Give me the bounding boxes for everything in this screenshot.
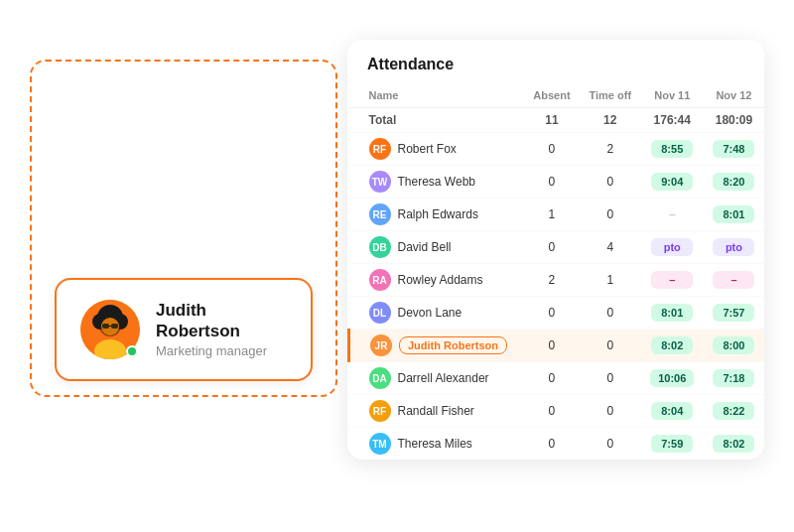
table-row: TWTheresa Webb 0 0 9:04 8:20 — [349, 166, 765, 199]
col-nov11: Nov 11 — [641, 83, 704, 108]
row-name: DBDavid Bell — [349, 231, 524, 264]
row-nov11: 10:06 — [641, 362, 704, 395]
col-timeoff: Time off — [580, 83, 641, 108]
table-header: Name Absent Time off Nov 11 Nov 12 — [349, 83, 765, 108]
col-absent: Absent — [524, 83, 580, 108]
row-timeoff: 2 — [580, 133, 641, 166]
total-label: Total — [349, 108, 524, 133]
scene: Judith Robertson Marketing manager Atten… — [0, 0, 794, 532]
profile-role: Marketing manager — [156, 343, 287, 358]
row-name: JRJudith Robertson — [349, 330, 524, 362]
row-name: TMTheresa Miles — [349, 428, 524, 461]
row-absent: 2 — [524, 264, 580, 297]
total-nov12: 180:09 — [704, 108, 764, 133]
row-name: RARowley Addams — [349, 264, 524, 297]
table-row: DBDavid Bell 0 4 pto pto — [349, 231, 765, 264]
row-nov12: – — [704, 264, 764, 297]
row-nov12: 7:48 — [704, 133, 764, 166]
row-nov11: – — [641, 199, 704, 231]
total-nov11: 176:44 — [641, 108, 704, 133]
row-name: RERalph Edwards — [349, 199, 524, 231]
row-nov12: 8:02 — [704, 428, 764, 461]
svg-rect-8 — [111, 324, 118, 329]
row-absent: 1 — [524, 199, 580, 231]
row-timeoff: 0 — [580, 428, 641, 461]
row-nov12: 7:18 — [704, 362, 764, 395]
row-name: DADarrell Alexander — [349, 362, 524, 395]
table-row: RARowley Addams 2 1 – – — [349, 264, 765, 297]
row-name: RFRandall Fisher — [349, 395, 524, 428]
row-timeoff: 0 — [580, 330, 641, 362]
row-name: TWTheresa Webb — [349, 166, 524, 199]
row-timeoff: 4 — [580, 231, 641, 264]
table-row: RFRandall Fisher 0 0 8:04 8:22 — [349, 395, 765, 428]
row-timeoff: 1 — [580, 264, 641, 297]
row-nov11: 9:04 — [641, 166, 704, 199]
table-row: TMTheresa Miles 0 0 7:59 8:02 — [349, 428, 765, 461]
attendance-card: Attendance Name Absent Time off Nov 11 N… — [347, 40, 764, 460]
row-absent: 0 — [524, 297, 580, 330]
row-name: DLDevon Lane — [349, 297, 524, 330]
row-absent: 0 — [524, 330, 580, 362]
row-nov11: 7:59 — [641, 428, 704, 461]
row-nov12: pto — [704, 231, 764, 264]
col-name: Name — [349, 83, 524, 108]
profile-name: Judith Robertson — [156, 301, 287, 341]
row-timeoff: 0 — [580, 199, 641, 231]
col-nov12: Nov 12 — [704, 83, 764, 108]
row-absent: 0 — [524, 231, 580, 264]
online-indicator — [126, 345, 138, 357]
row-nov12: 8:01 — [704, 199, 764, 231]
row-absent: 0 — [524, 362, 580, 395]
table-row: DLDevon Lane 0 0 8:01 7:57 — [349, 297, 765, 330]
row-nov11: 8:02 — [641, 330, 704, 362]
svg-rect-7 — [102, 324, 109, 329]
table-row: RFRobert Fox 0 2 8:55 7:48 — [349, 133, 765, 166]
row-absent: 0 — [524, 133, 580, 166]
row-nov11: pto — [641, 231, 704, 264]
row-timeoff: 0 — [580, 297, 641, 330]
row-nov12: 8:00 — [704, 330, 764, 362]
row-timeoff: 0 — [580, 362, 641, 395]
row-name: RFRobert Fox — [349, 133, 524, 166]
avatar-wrapper — [80, 300, 140, 359]
table-row: JRJudith Robertson 0 0 8:02 8:00 — [349, 330, 765, 362]
row-nov12: 7:57 — [704, 297, 764, 330]
total-timeoff: 12 — [580, 108, 641, 133]
attendance-title: Attendance — [347, 40, 764, 83]
attendance-table: Name Absent Time off Nov 11 Nov 12 Total… — [347, 83, 764, 460]
profile-info: Judith Robertson Marketing manager — [156, 301, 287, 358]
row-nov12: 8:22 — [704, 395, 764, 428]
profile-card: Judith Robertson Marketing manager — [55, 278, 313, 381]
total-absent: 11 — [524, 108, 580, 133]
row-nov12: 8:20 — [704, 166, 764, 199]
row-nov11: 8:01 — [641, 297, 704, 330]
row-absent: 0 — [524, 166, 580, 199]
row-timeoff: 0 — [580, 166, 641, 199]
row-timeoff: 0 — [580, 395, 641, 428]
table-row: RERalph Edwards 1 0 – 8:01 — [349, 199, 765, 231]
total-row: Total 11 12 176:44 180:09 — [349, 108, 765, 133]
table-row: DADarrell Alexander 0 0 10:06 7:18 — [349, 362, 765, 395]
row-nov11: – — [641, 264, 704, 297]
row-absent: 0 — [524, 428, 580, 461]
row-absent: 0 — [524, 395, 580, 428]
row-nov11: 8:04 — [641, 395, 704, 428]
row-nov11: 8:55 — [641, 133, 704, 166]
